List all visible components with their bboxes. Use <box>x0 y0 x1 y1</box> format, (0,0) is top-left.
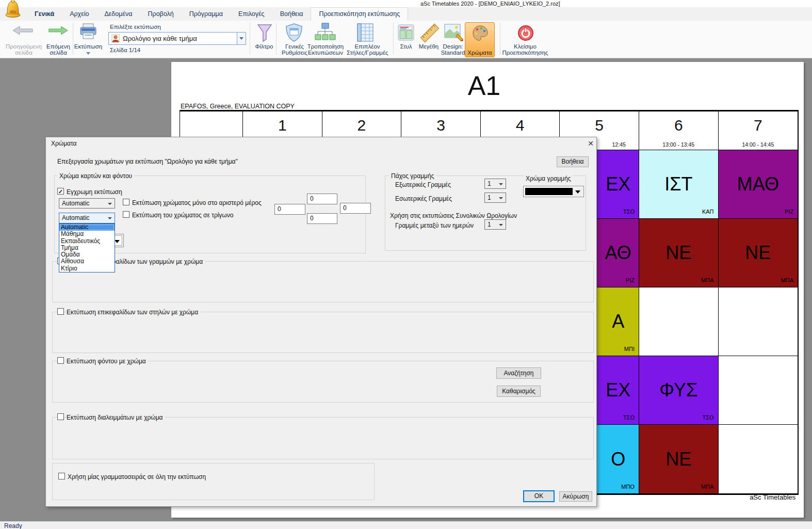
design-label: Design: <box>437 43 468 50</box>
combo-dropdown-button[interactable] <box>237 33 246 44</box>
menu-genika[interactable]: Γενικά <box>27 8 62 21</box>
margin-right-input[interactable]: 0 <box>340 203 371 214</box>
single-font-group <box>52 463 375 500</box>
extra-columns-label2: Στήλες/Γραμμές <box>347 50 388 56</box>
print-selection-combo[interactable]: Ωρολόγιο για κάθε τμήμα <box>108 32 246 45</box>
teacher-code: ΜΠΑ <box>701 277 713 283</box>
teacher-code: ΜΠΑ <box>781 277 793 283</box>
evaluation-watermark: EPAFOS, Greece, EVALUATION COPY <box>181 103 295 110</box>
between-days-value: 1 <box>488 221 491 228</box>
teacher-code: ΜΠΟ <box>621 484 635 490</box>
colors-button[interactable]: Χρώματα <box>465 22 495 57</box>
dropdown-option-lesson[interactable]: Μάθημα <box>59 231 115 237</box>
menu-voitheia[interactable]: Βοήθεια <box>272 8 311 21</box>
col-headers-label: Εκτύπωση επικεφαλίδων των στηλών με χρώμ… <box>67 309 200 316</box>
print-button[interactable]: Εκτύπωση <box>72 43 104 56</box>
period-number: 7 <box>719 117 798 134</box>
combo2-value: Automatic <box>62 214 89 221</box>
design-standard-label: Standard <box>437 50 468 56</box>
printer-icon <box>79 23 98 40</box>
close-preview-button[interactable]: Κλείσιμο Προεπισκόπησης <box>499 43 551 56</box>
dropdown-option-room[interactable]: Αίθουσα <box>59 258 115 265</box>
dropdown-option-building[interactable]: Κτίριο <box>59 265 115 272</box>
menu-programma[interactable]: Πρόγραμμα <box>182 8 231 21</box>
status-bar: Ready <box>0 521 812 529</box>
modify-printouts-label2: Εκτυπώσεων <box>305 50 346 56</box>
summary-timetables-caption: Χρήση στις εκτυπώσεις Συνολικών Ωρολογίω… <box>390 212 517 219</box>
timetable-cell-empty <box>719 356 798 425</box>
teacher-code: ΚΑΠ <box>702 209 714 215</box>
menu-provoli[interactable]: Προβολή <box>140 8 182 21</box>
timetable-cell: ΝΕΜΠΑ <box>639 219 719 287</box>
left-only-label: Εκτύπωση χρώματος μόνο στο αριστερό μέρο… <box>132 199 262 206</box>
close-preview-label: Κλείσιμο <box>499 43 551 50</box>
design-button[interactable]: Design: Standard <box>437 43 468 56</box>
ribbon-separator <box>393 23 394 55</box>
teacher-code: ΤΣΟ <box>623 414 635 421</box>
timetable-cell: ΝΕΜΠΑ <box>719 219 798 287</box>
timetable-cell: ΦΥΣΤΣΟ <box>639 356 719 425</box>
col-headers-group <box>52 312 594 353</box>
print-label: Εκτύπωση <box>72 43 104 50</box>
search-button[interactable]: Αναζήτηση <box>496 367 541 379</box>
dropdown-option-teacher[interactable]: Εκπαιδευτικός <box>59 238 115 245</box>
style-button[interactable]: Στυλ <box>395 43 417 50</box>
period-number: 5 <box>560 117 639 134</box>
line-color-combo[interactable] <box>523 186 584 197</box>
col-headers-checkbox[interactable] <box>57 308 64 315</box>
color-type-combo-2[interactable]: Automatic <box>59 213 115 223</box>
triangle-label: Εκτύπωση του χρώματος σε τρίγωνο <box>132 212 233 219</box>
teacher-code: ΜΠΙ <box>624 346 635 352</box>
status-text: Ready <box>4 522 22 529</box>
dropdown-option-automatic[interactable]: Automatic <box>59 224 115 231</box>
dropdown-option-group[interactable]: Ομάδα <box>59 251 115 258</box>
color-type-dropdown-list: Automatic Μάθημα Εκπαιδευτικός Τμήμα Ομά… <box>59 223 115 272</box>
background-color-checkbox[interactable] <box>57 357 64 364</box>
help-button[interactable]: Βοήθεια <box>557 156 589 167</box>
picture-icon <box>444 23 464 43</box>
margin-top-input[interactable]: 0 <box>307 194 337 204</box>
menu-bar: Γενικά Αρχείο Δεδομένα Προβολή Πρόγραμμα… <box>0 7 812 21</box>
between-days-combo[interactable]: 1 <box>484 219 506 230</box>
timetable-header-cell: 613:00 - 13:45 <box>639 111 719 150</box>
margin-bottom-input[interactable]: 0 <box>307 213 337 224</box>
line-color-swatch <box>525 188 573 195</box>
arrow-left-icon <box>11 25 34 36</box>
between-days-label: Γραμμές μεταξύ των ημερών <box>395 222 474 229</box>
cancel-button[interactable]: Ακύρωση <box>559 491 592 502</box>
color-print-checkbox[interactable] <box>57 188 64 195</box>
person-icon <box>111 34 120 43</box>
next-page-button[interactable]: Επόμενη σελίδα <box>44 43 72 56</box>
dropdown-option-class[interactable]: Τμήμα <box>59 245 115 251</box>
outer-lines-label: Εξωτερικές Γραμμές <box>395 181 451 188</box>
single-font-label: Χρήση μίας γραμματοσειράς σε όλη την εκτ… <box>68 473 206 480</box>
breaks-color-checkbox[interactable] <box>57 413 64 420</box>
left-only-checkbox[interactable] <box>123 199 129 205</box>
tab-print-preview[interactable]: Προεπισκόπηση εκτύπωσης <box>311 7 408 21</box>
inner-lines-combo[interactable]: 1 <box>484 193 506 203</box>
close-icon[interactable]: ✕ <box>584 138 597 149</box>
menu-arxeio[interactable]: Αρχείο <box>62 8 96 21</box>
menu-dedomena[interactable]: Δεδομένα <box>96 8 140 21</box>
menu-epiloges[interactable]: Επιλογές <box>231 8 272 21</box>
shield-icon <box>285 23 303 42</box>
period-time: 14:00 - 14:45 <box>719 141 798 148</box>
timetable-cell: ΜΑΘΡΙΖ <box>719 150 798 219</box>
outer-lines-combo[interactable]: 1 <box>484 179 506 189</box>
window-title: aSc Timetables 2020 - [DEMO_ENIAIO_LYKEI… <box>420 1 560 7</box>
modify-printouts-button[interactable]: Τροποποίηση Εκτυπώσεων <box>305 43 346 56</box>
background-color-label: Εκτύπωση φόντου με χρώμα <box>67 358 148 365</box>
color-type-combo-1[interactable]: Automatic <box>59 198 115 209</box>
filter-button[interactable]: Φίλτρο <box>249 43 280 50</box>
select-print-label: Επιλέξτε εκτύπωση <box>110 24 161 30</box>
triangle-checkbox[interactable] <box>123 211 129 218</box>
asc-bell-icon[interactable]: aSc <box>3 0 23 19</box>
margin-left-input[interactable]: 0 <box>274 204 305 215</box>
prev-page-button[interactable]: Προηγούμενη σελίδα <box>2 43 45 56</box>
line-color-dropdown-button[interactable] <box>573 187 583 196</box>
ok-button[interactable]: OK <box>523 490 555 502</box>
single-font-checkbox[interactable] <box>58 473 65 479</box>
clear-button[interactable]: Καθαρισμός <box>497 386 541 397</box>
row-headers-group <box>52 261 594 302</box>
extra-columns-rows-button[interactable]: Επιπλέον Στήλες/Γραμμές <box>347 43 388 56</box>
